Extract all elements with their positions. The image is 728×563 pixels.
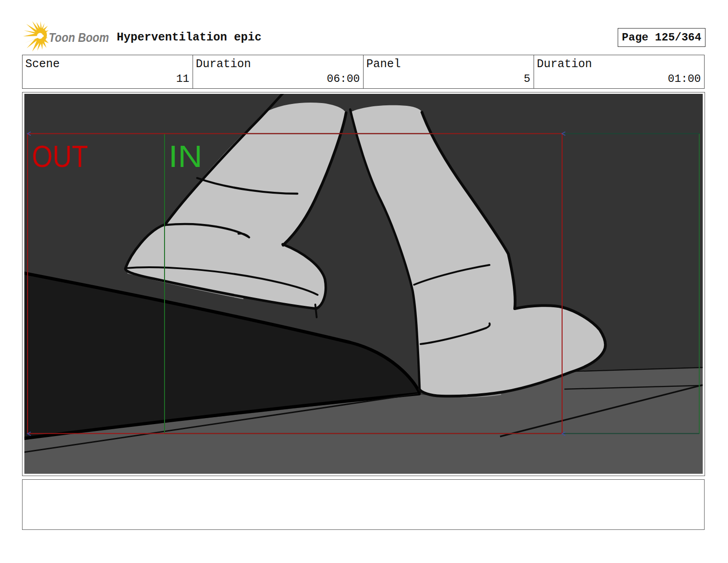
svg-text:IN: IN — [169, 139, 203, 173]
svg-text:Toon Boom: Toon Boom — [49, 31, 109, 45]
svg-text:OUT: OUT — [32, 139, 88, 173]
